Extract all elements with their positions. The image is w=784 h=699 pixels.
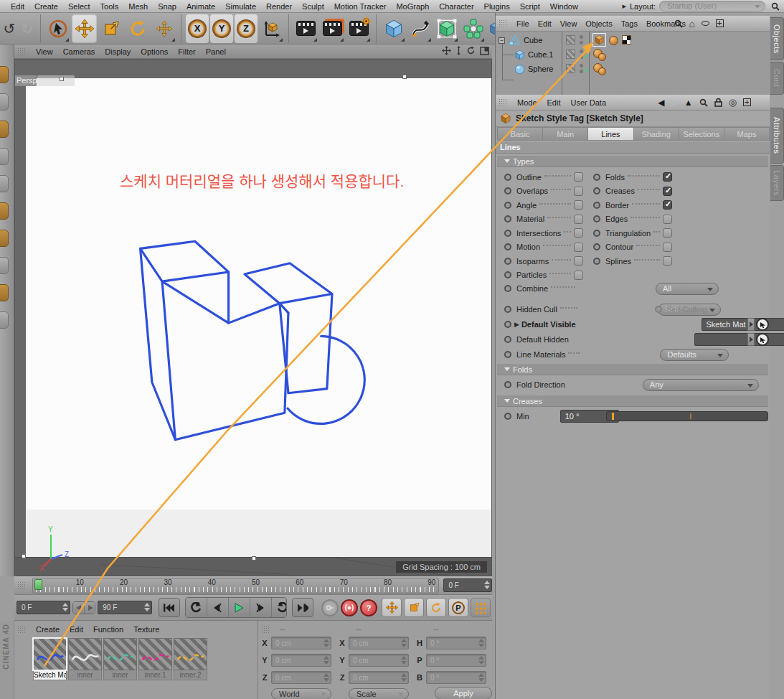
autokey-button[interactable]: ? bbox=[360, 599, 377, 616]
search-icon[interactable] bbox=[674, 19, 683, 28]
left-toolbar-partial-icon[interactable] bbox=[0, 257, 9, 274]
render-picture-viewer-button[interactable] bbox=[320, 14, 345, 43]
keyframe-circle[interactable] bbox=[504, 230, 511, 237]
field-menu-button[interactable] bbox=[747, 333, 755, 346]
fold-direction-select[interactable]: Any bbox=[643, 379, 759, 391]
viewport-pan-icon[interactable] bbox=[442, 46, 451, 55]
main-menu-item[interactable]: Window bbox=[545, 2, 583, 11]
prev-range-button[interactable] bbox=[73, 602, 85, 614]
position-field[interactable]: 0 cm bbox=[271, 637, 331, 649]
material-menu-item[interactable]: Function bbox=[88, 625, 128, 634]
viewport-rotate-icon[interactable] bbox=[466, 46, 476, 55]
prev-key-button[interactable] bbox=[186, 598, 207, 617]
axis-lock-button[interactable]: Z bbox=[235, 14, 258, 43]
keyframe-circle[interactable] bbox=[593, 230, 600, 237]
object-name[interactable]: Sphere bbox=[528, 65, 553, 73]
combine-select[interactable]: All bbox=[656, 283, 719, 295]
main-menu-item[interactable]: Character bbox=[434, 2, 478, 11]
left-toolbar-partial-icon[interactable] bbox=[0, 148, 9, 165]
left-toolbar-partial-icon[interactable] bbox=[0, 93, 9, 111]
key-parameter-toggle[interactable]: P bbox=[448, 598, 468, 617]
material-item[interactable]: Sketch Mat bbox=[33, 638, 67, 680]
axis-lock-button[interactable]: Y bbox=[210, 14, 233, 43]
keyframe-circle[interactable] bbox=[504, 271, 511, 278]
phong-tag-icon[interactable] bbox=[598, 67, 606, 75]
undo-button[interactable]: ↺ bbox=[1, 14, 17, 43]
main-menu-item[interactable]: Render bbox=[261, 2, 297, 11]
viewport-menu-item[interactable]: View bbox=[31, 47, 58, 56]
history-back-icon[interactable]: ◀ bbox=[658, 98, 664, 108]
left-toolbar-partial-icon[interactable] bbox=[0, 66, 9, 83]
spinner-arrows[interactable] bbox=[62, 603, 68, 611]
enabled-check-icon[interactable]: ✓ bbox=[583, 66, 590, 75]
default-visible-field[interactable]: Sketch Mat bbox=[702, 318, 784, 331]
object-manager-menu-item[interactable]: Objects bbox=[581, 19, 616, 28]
keyframe-circle[interactable] bbox=[593, 243, 600, 250]
position-field[interactable]: 0 cm bbox=[271, 671, 331, 684]
attribute-menu-item[interactable]: User Data bbox=[566, 98, 612, 107]
coordinate-system-button[interactable] bbox=[259, 14, 284, 43]
render-region-handle[interactable] bbox=[60, 77, 64, 81]
rotation-field[interactable]: 0 ° bbox=[426, 654, 486, 667]
layer-color-chip[interactable] bbox=[566, 64, 575, 73]
next-key-button[interactable] bbox=[272, 598, 287, 617]
play-button[interactable] bbox=[229, 598, 250, 617]
type-checkbox[interactable] bbox=[574, 215, 583, 224]
material-menu-item[interactable]: Edit bbox=[65, 625, 88, 634]
type-checkbox[interactable] bbox=[574, 172, 583, 182]
viewport-3d-view[interactable]: Perspective 스케치 머터리얼을 하나 생성해서 적용합니다. bbox=[14, 59, 492, 576]
viewport-menu-item[interactable]: Cameras bbox=[58, 47, 100, 56]
keyframe-circle[interactable] bbox=[593, 174, 600, 181]
new-panel-icon[interactable] bbox=[743, 98, 751, 106]
layer-color-chip[interactable] bbox=[566, 35, 575, 44]
sketch-style-tag-icon[interactable] bbox=[593, 34, 605, 46]
material-menu-item[interactable]: Texture bbox=[128, 625, 164, 634]
viewport-zoom-icon[interactable] bbox=[455, 46, 462, 55]
sphere-object-icon[interactable] bbox=[514, 64, 525, 75]
keyframe-circle[interactable] bbox=[504, 321, 511, 328]
move-tool[interactable] bbox=[72, 14, 97, 43]
material-item[interactable]: inner bbox=[68, 638, 102, 680]
type-checkbox[interactable] bbox=[574, 271, 583, 280]
main-menu-item[interactable]: Create bbox=[29, 2, 63, 11]
panel-grip[interactable] bbox=[261, 625, 270, 633]
object-manager-menu-item[interactable]: Edit bbox=[534, 19, 556, 28]
type-checkbox[interactable] bbox=[574, 187, 583, 196]
pick-object-button[interactable] bbox=[756, 333, 769, 346]
last-used-tool[interactable] bbox=[151, 14, 176, 43]
start-frame-field[interactable]: 0 F bbox=[16, 601, 70, 614]
crease-min-slider[interactable] bbox=[606, 411, 768, 421]
object-manager-menu-item[interactable]: View bbox=[556, 19, 582, 28]
attribute-tab[interactable]: Maps bbox=[724, 127, 770, 141]
object-name[interactable]: Cube bbox=[524, 36, 542, 44]
object-row-cube1[interactable]: Cube.1 bbox=[514, 47, 553, 62]
left-toolbar-partial-icon[interactable] bbox=[0, 175, 9, 192]
keyframe-circle[interactable] bbox=[504, 381, 511, 388]
rotate-tool[interactable] bbox=[125, 14, 150, 43]
axis-lock-button[interactable]: X bbox=[186, 14, 209, 43]
render-settings-button[interactable] bbox=[346, 14, 372, 43]
dock-tab-attributes[interactable]: Attributes bbox=[770, 108, 784, 164]
goto-start-button[interactable] bbox=[159, 598, 180, 617]
subsection-creases[interactable]: Creases bbox=[497, 395, 768, 407]
object-row-cube[interactable]: − Cube bbox=[499, 33, 542, 47]
rotation-field[interactable]: 0 ° bbox=[426, 671, 486, 684]
keyframe-circle[interactable] bbox=[504, 413, 511, 420]
keyframe-circle[interactable] bbox=[593, 187, 600, 194]
line-materials-select[interactable]: Defaults bbox=[660, 349, 729, 361]
goto-end-button[interactable] bbox=[292, 598, 313, 617]
main-menu-item[interactable]: Mesh bbox=[123, 2, 153, 11]
current-frame-field[interactable]: 0 F bbox=[443, 578, 492, 592]
phong-tag-icon[interactable] bbox=[598, 53, 606, 61]
timeline-ruler[interactable]: 0 10 20 30 40 50 60 70 80 90 bbox=[32, 578, 439, 594]
search-icon[interactable] bbox=[699, 98, 708, 107]
type-checkbox[interactable] bbox=[663, 215, 672, 224]
main-menu-item[interactable]: Motion Tracker bbox=[329, 2, 392, 11]
keyframe-circle[interactable] bbox=[504, 174, 511, 181]
next-frame-button[interactable] bbox=[250, 598, 272, 617]
keyframe-circle[interactable] bbox=[504, 215, 511, 222]
live-selection-tool[interactable] bbox=[45, 14, 70, 43]
subsection-folds[interactable]: Folds bbox=[497, 364, 768, 375]
keyframe-circle[interactable] bbox=[504, 306, 511, 313]
type-checkbox[interactable] bbox=[663, 256, 672, 266]
